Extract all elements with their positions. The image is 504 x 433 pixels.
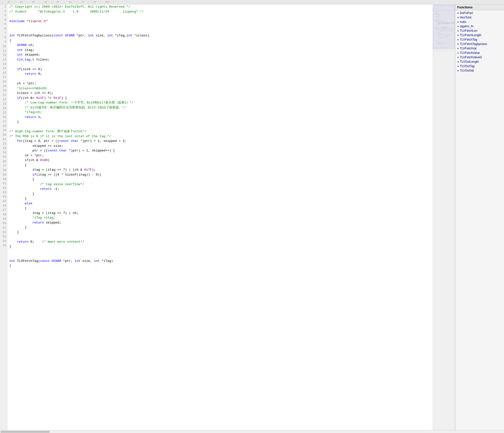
function-item[interactable]: +TLVFetchValueG bbox=[455, 55, 504, 60]
function-plus-icon: + bbox=[457, 29, 459, 32]
function-name: TLVFetchLength bbox=[460, 33, 481, 37]
function-item[interactable]: +TLVFetchTag bbox=[455, 37, 504, 42]
function-item[interactable]: +TLVOutLength bbox=[455, 60, 504, 64]
function-item[interactable]: +TLVFetchLength bbox=[455, 33, 504, 37]
code-line: } bbox=[9, 244, 431, 249]
line-number: 28 bbox=[1, 124, 6, 128]
function-plus-icon: + bbox=[457, 65, 459, 68]
code-line bbox=[9, 249, 431, 254]
line-number: 25 bbox=[1, 111, 6, 115]
code-line: for(itag = 0, ptr = ((const char *)ptr) … bbox=[9, 139, 431, 144]
function-plus-icon: + bbox=[457, 56, 459, 59]
line-number: 34 bbox=[1, 150, 6, 155]
function-name: TLVOutTag bbox=[460, 64, 474, 68]
line-number: 14 bbox=[1, 62, 6, 66]
function-item[interactable]: +sigalrm_fn bbox=[455, 24, 504, 29]
function-name: main bbox=[460, 20, 466, 24]
code-line: *iTag =itag; bbox=[9, 215, 431, 220]
code-line: int itag; bbox=[9, 48, 431, 53]
line-numbers: 1234567891011121314151617181920212223242… bbox=[0, 4, 7, 430]
code-line bbox=[9, 254, 431, 259]
code-line: return 0; /* Want more content*/ bbox=[9, 239, 431, 244]
line-number: 54 bbox=[1, 239, 6, 243]
code-line: if(ch & 0x80) bbox=[9, 158, 431, 163]
line-number: 52 bbox=[1, 230, 6, 235]
code-line: ch = *ptr; bbox=[9, 81, 431, 86]
line-number: 53 bbox=[1, 235, 6, 239]
code-line: /* bit6值为0，表示编码方法为简单化的。Bit5-1给出了标签值。*/ bbox=[9, 105, 431, 110]
code-line: { bbox=[9, 38, 431, 43]
function-item[interactable]: +TLVFetchLen bbox=[455, 29, 504, 33]
horizontal-scrollbar[interactable] bbox=[0, 430, 504, 433]
code-editor[interactable]: /* Copyright (c) 2009-<2012> EasTelSoft,… bbox=[7, 4, 433, 430]
scrollbar-thumb[interactable] bbox=[0, 431, 50, 433]
line-number: 45 bbox=[1, 199, 6, 204]
code-line: } bbox=[9, 225, 431, 230]
line-number: 37 bbox=[1, 164, 6, 168]
code-line: { bbox=[9, 177, 431, 182]
function-plus-icon: + bbox=[457, 60, 459, 63]
function-plus-icon: + bbox=[457, 34, 459, 37]
line-number: 8 bbox=[1, 35, 6, 40]
function-plus-icon: + bbox=[457, 47, 459, 50]
code-line: return skipped; bbox=[9, 220, 431, 225]
line-number: 43 bbox=[1, 190, 6, 195]
line-number: 19 bbox=[1, 84, 6, 89]
code-line: } bbox=[9, 119, 431, 124]
code-line: /* Low-tag-number form: 一个字节。Bit8和bit7表示… bbox=[9, 100, 431, 105]
line-number: 3 bbox=[1, 13, 6, 18]
line-number: 22 bbox=[1, 97, 6, 102]
function-item[interactable]: +TLVOutTag bbox=[455, 64, 504, 68]
line-number: 33 bbox=[1, 146, 6, 150]
code-line: return 1; bbox=[9, 115, 431, 120]
line-number: 9 bbox=[1, 40, 6, 44]
code-line: tclass = (ch >> 6); bbox=[9, 91, 431, 96]
function-plus-icon: + bbox=[457, 20, 459, 23]
code-line: int TLVFetchTagbyclass(const UCHAR *ptr,… bbox=[9, 33, 431, 38]
function-item[interactable]: +main bbox=[455, 20, 504, 24]
line-number: 32 bbox=[1, 142, 6, 146]
right-panel: Functions +DoFixPart+HexToInt+main+sigal… bbox=[455, 4, 504, 430]
line-number: 51 bbox=[1, 226, 6, 230]
function-item[interactable]: +TLVFetchTagbyclass bbox=[455, 42, 504, 46]
code-line: } bbox=[9, 192, 431, 196]
code-line bbox=[9, 24, 431, 29]
line-number: 36 bbox=[1, 159, 6, 164]
line-number: 42 bbox=[1, 186, 6, 190]
function-item[interactable]: +TLVFetchValue bbox=[455, 51, 504, 55]
function-item[interactable]: +DoFixPart bbox=[455, 11, 504, 15]
ruler: 10 20 30 40 50 60 70 80 100 bbox=[0, 0, 504, 4]
function-plus-icon: + bbox=[457, 25, 459, 28]
code-line: } bbox=[9, 196, 431, 201]
line-number: 39 bbox=[1, 173, 6, 177]
code-line bbox=[9, 76, 431, 81]
function-name: DoFixPart bbox=[460, 11, 473, 15]
function-item[interactable]: +TLVOutVal bbox=[455, 68, 504, 73]
code-line: return 0; bbox=[9, 72, 431, 76]
line-number: 41 bbox=[1, 181, 6, 186]
line-number: 40 bbox=[1, 177, 6, 181]
function-name: sigalrm_fn bbox=[460, 25, 473, 28]
function-plus-icon: + bbox=[457, 16, 459, 19]
code-line: #include "tlvproc.h" bbox=[9, 19, 431, 24]
code-line: *iclass=ch&0x20; bbox=[9, 86, 431, 91]
function-name: HexToInt bbox=[460, 16, 471, 19]
line-number: 2 bbox=[1, 9, 6, 13]
function-plus-icon: + bbox=[457, 43, 459, 45]
function-item[interactable]: +HexToInt bbox=[455, 15, 504, 20]
function-name: TLVFetchTag bbox=[460, 38, 477, 41]
code-line: ch = *ptr; bbox=[9, 153, 431, 158]
code-line: UCHAR ch; bbox=[9, 43, 431, 48]
function-item[interactable]: +TLVFetchVal bbox=[455, 46, 504, 51]
line-number: 55 bbox=[1, 243, 6, 248]
line-number: 1 bbox=[1, 4, 6, 9]
line-number: 31 bbox=[1, 137, 6, 142]
code-line: int skipped; bbox=[9, 52, 431, 57]
code-line: itag = (itag << 7) | (ch & 0x7F); bbox=[9, 167, 431, 172]
line-number: 23 bbox=[1, 102, 6, 106]
line-number: 7 bbox=[1, 31, 6, 35]
code-line: if(itag >> ((8 * sizeof(itag)) - 9)) bbox=[9, 172, 431, 177]
line-number: 20 bbox=[1, 89, 6, 93]
code-line bbox=[9, 29, 431, 33]
code-line: if(size == 0) bbox=[9, 67, 431, 72]
